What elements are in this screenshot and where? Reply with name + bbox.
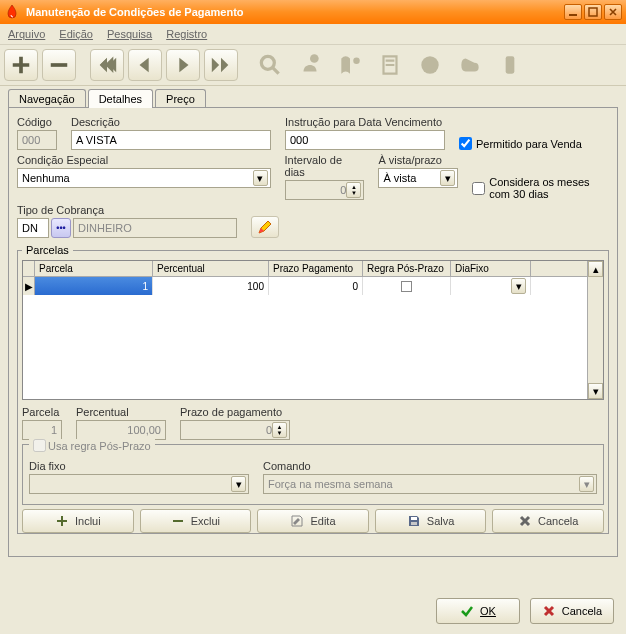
grid-scrollbar[interactable]: ▴ ▾ — [587, 261, 603, 399]
label-condicao: Condição Especial — [17, 154, 271, 166]
grid-header-parcela[interactable]: Parcela — [35, 261, 153, 276]
cancela-parcela-button[interactable]: Cancela — [492, 509, 604, 533]
tab-detalhes[interactable]: Detalhes — [88, 89, 153, 108]
prev-button[interactable] — [128, 49, 162, 81]
condicao-select[interactable]: Nenhuma ▾ — [17, 168, 271, 188]
dia-fixo-select[interactable]: ▾ — [29, 474, 249, 494]
avistaprazo-select[interactable]: À vista ▾ — [378, 168, 458, 188]
parcela-num-field[interactable] — [22, 420, 62, 440]
parcela-pct-field[interactable] — [76, 420, 166, 440]
intervalo-value: 0 — [290, 184, 347, 196]
instrucao-field[interactable] — [285, 130, 445, 150]
close-button[interactable] — [604, 4, 622, 20]
edit-pencil-button[interactable] — [251, 216, 279, 238]
considera-meses-input[interactable] — [472, 182, 485, 195]
grid-header-diafixo[interactable]: DiaFixo — [451, 261, 531, 276]
salva-button[interactable]: Salva — [375, 509, 487, 533]
tab-navegacao[interactable]: Navegação — [8, 89, 86, 108]
grid-header-regra[interactable]: Regra Pós-Prazo — [363, 261, 451, 276]
chevron-down-icon[interactable]: ▾ — [440, 170, 455, 186]
last-button[interactable] — [204, 49, 238, 81]
table-row[interactable]: ▶ 1 100 0 ▾ — [23, 277, 603, 295]
comando-select[interactable]: Força na mesma semana ▾ — [263, 474, 597, 494]
toolbar — [0, 45, 626, 86]
svg-rect-1 — [589, 8, 597, 16]
cell-prazo[interactable]: 0 — [269, 277, 363, 295]
minimize-button[interactable] — [564, 4, 582, 20]
form-panel: Código Descrição Instrução para Data Ven… — [8, 107, 618, 557]
edit-icon — [290, 514, 304, 528]
label-instrucao: Instrução para Data Vencimento — [285, 116, 445, 128]
label-usa-regra: Usa regra Pós-Prazo — [48, 440, 151, 452]
svg-rect-7 — [173, 520, 183, 522]
inclui-button[interactable]: Inclui — [22, 509, 134, 533]
prazo-value: 0 — [185, 424, 272, 436]
scroll-up-icon[interactable]: ▴ — [588, 261, 603, 277]
considera-meses-checkbox[interactable]: Considera os meses com 30 dias — [472, 176, 609, 200]
label-codigo: Código — [17, 116, 57, 128]
spinner-buttons-icon[interactable]: ▲▼ — [272, 422, 287, 438]
pos-prazo-group: Usa regra Pós-Prazo Dia fixo ▾ Comando F… — [22, 444, 604, 505]
add-button[interactable] — [4, 49, 38, 81]
cell-diafixo[interactable]: ▾ — [451, 277, 531, 295]
plus-icon — [55, 514, 69, 528]
grid-header-prazo[interactable]: Prazo Pagamento — [269, 261, 363, 276]
app-icon — [4, 4, 20, 20]
condicao-value: Nenhuma — [22, 172, 70, 184]
cell-percentual[interactable]: 100 — [153, 277, 269, 295]
menu-pesquisa[interactable]: Pesquisa — [107, 28, 152, 40]
cell-regra[interactable] — [363, 277, 451, 295]
label-tipo-cobranca: Tipo de Cobrança — [17, 204, 237, 216]
toolbar-disabled-icon-6 — [452, 49, 488, 81]
menu-registro[interactable]: Registro — [166, 28, 207, 40]
comando-value: Força na mesma semana — [268, 478, 393, 490]
edita-button[interactable]: Edita — [257, 509, 369, 533]
exclui-button[interactable]: Exclui — [140, 509, 252, 533]
permitido-venda-input[interactable] — [459, 137, 472, 150]
maximize-button[interactable] — [584, 4, 602, 20]
intervalo-spinner[interactable]: 0 ▲▼ — [285, 180, 365, 200]
pencil-icon — [257, 219, 273, 235]
scroll-down-icon[interactable]: ▾ — [588, 383, 603, 399]
chevron-down-icon[interactable]: ▾ — [253, 170, 268, 186]
menu-edicao[interactable]: Edição — [59, 28, 93, 40]
minus-icon — [171, 514, 185, 528]
regra-checkbox-icon[interactable] — [401, 281, 412, 292]
tipo-cobranca-code-field[interactable] — [17, 218, 49, 238]
parcelas-group: Parcelas Parcela Percentual Prazo Pagame… — [17, 244, 609, 534]
next-button[interactable] — [166, 49, 200, 81]
label-permitido-venda: Permitido para Venda — [476, 138, 582, 150]
tab-preco[interactable]: Preço — [155, 89, 206, 108]
grid-header-percentual[interactable]: Percentual — [153, 261, 269, 276]
cell-parcela[interactable]: 1 — [35, 277, 153, 295]
chevron-down-icon[interactable]: ▾ — [231, 476, 246, 492]
dialog-buttons: OK Cancela — [436, 598, 614, 624]
usa-regra-checkbox — [33, 439, 46, 452]
descricao-field[interactable] — [71, 130, 271, 150]
lookup-button[interactable]: ••• — [51, 218, 71, 238]
ok-button[interactable]: OK — [436, 598, 520, 624]
label-descricao: Descrição — [71, 116, 271, 128]
toolbar-disabled-icon-1 — [252, 49, 288, 81]
toolbar-disabled-icon-5 — [412, 49, 448, 81]
chevron-down-icon[interactable]: ▾ — [579, 476, 594, 492]
first-button[interactable] — [90, 49, 124, 81]
svg-point-5 — [421, 56, 438, 73]
permitido-venda-checkbox[interactable]: Permitido para Venda — [459, 137, 582, 150]
parcelas-buttons: Inclui Exclui Edita Salva Cancela — [22, 509, 604, 533]
chevron-down-icon[interactable]: ▾ — [511, 278, 526, 294]
label-intervalo: Intervalo de dias — [285, 154, 365, 178]
cancel-dialog-button[interactable]: Cancela — [530, 598, 614, 624]
title-bar: Manutenção de Condições de Pagamento — [0, 0, 626, 24]
prazo-spinner[interactable]: 0 ▲▼ — [180, 420, 290, 440]
cancel-icon — [542, 604, 556, 618]
toolbar-disabled-icon-4 — [372, 49, 408, 81]
row-indicator-icon: ▶ — [23, 277, 35, 295]
parcelas-grid[interactable]: Parcela Percentual Prazo Pagamento Regra… — [22, 260, 604, 400]
codigo-field[interactable] — [17, 130, 57, 150]
menu-arquivo[interactable]: Arquivo — [8, 28, 45, 40]
remove-button[interactable] — [42, 49, 76, 81]
spinner-buttons-icon[interactable]: ▲▼ — [346, 182, 361, 198]
tipo-cobranca-desc-field — [73, 218, 237, 238]
label-prazo-edit: Prazo de pagamento — [180, 406, 290, 418]
